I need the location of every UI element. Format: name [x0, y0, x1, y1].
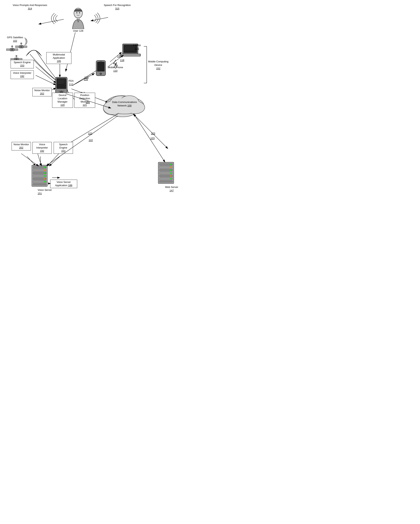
speech-recognition-label: Speech For Recognition 315 — [100, 3, 134, 10]
speech-engine-box: Speech Engine 153 — [11, 60, 34, 68]
noise-monitor-box-2: Noise Monitor 202 — [12, 142, 31, 150]
position-detection-box: Position Detection Module 121 — [74, 93, 95, 108]
svg-text:123: 123 — [151, 132, 155, 135]
svg-point-89 — [170, 175, 171, 176]
diagram-container: 114 116 118 122 123 Voice Prompts And Re… — [0, 0, 210, 262]
svg-point-76 — [44, 181, 45, 182]
multimodal-app-box: Multimodal Application 195 — [46, 52, 71, 64]
svg-point-74 — [44, 175, 45, 176]
voice-server-app-box: Voice Server Application 188 — [50, 180, 77, 188]
device-location-box: Device Location Manager 120 — [52, 93, 73, 108]
user-figure: User 128 — [69, 8, 88, 32]
svg-point-27 — [20, 46, 22, 47]
svg-point-15 — [76, 12, 77, 14]
svg-text:122: 122 — [88, 132, 92, 135]
svg-rect-25 — [16, 46, 19, 48]
voice-interpreter-box-2: Voice Interpreter 192 — [32, 142, 52, 154]
pda-label: PDA 112 — [69, 79, 74, 86]
svg-point-21 — [11, 49, 13, 50]
mobile-phone-label: Mobile Phone 110 — [108, 66, 123, 73]
svg-text:118: 118 — [120, 59, 124, 62]
svg-point-85 — [170, 164, 171, 165]
svg-point-86 — [170, 167, 171, 168]
svg-text:123: 123 — [150, 137, 154, 140]
svg-rect-19 — [6, 49, 10, 51]
svg-rect-48 — [99, 61, 102, 62]
svg-text:116: 116 — [84, 76, 89, 79]
voice-server-label: Voice Server 151 — [38, 188, 52, 195]
svg-rect-46 — [97, 62, 105, 71]
data-network-label: Data Communications Network 100 — [108, 100, 141, 107]
svg-point-71 — [44, 167, 45, 168]
voice-prompts-label: Voice Prompts And Responses 314 — [12, 3, 48, 10]
svg-point-88 — [170, 173, 171, 174]
web-server-label: Web Server 147 — [165, 185, 178, 192]
svg-point-35 — [16, 55, 17, 57]
svg-point-75 — [44, 178, 45, 179]
svg-point-90 — [170, 178, 171, 179]
mobile-phone-icon — [94, 60, 107, 77]
svg-point-16 — [79, 12, 80, 14]
web-server-rack — [156, 161, 181, 187]
svg-point-72 — [44, 170, 45, 171]
voice-interpreter-box: Voice Interpreter 192 — [11, 70, 34, 79]
speech-engine-box-2: Speech Engine 153 — [54, 142, 73, 154]
svg-rect-56 — [122, 54, 139, 56]
svg-text:116: 116 — [84, 78, 88, 81]
svg-point-23 — [11, 46, 13, 47]
svg-point-87 — [170, 170, 171, 171]
svg-point-29 — [20, 43, 22, 44]
laptop-label: Laptop 126 — [133, 44, 141, 50]
svg-point-73 — [44, 173, 45, 174]
mobile-computing-label: Mobile Computing Device 152 — [147, 60, 170, 70]
noise-monitor-box: Noise Monitor 202 — [32, 88, 52, 96]
svg-rect-44 — [63, 91, 64, 92]
svg-rect-43 — [59, 91, 60, 92]
svg-rect-70 — [33, 183, 46, 185]
svg-rect-84 — [159, 181, 173, 183]
svg-text:122: 122 — [89, 139, 93, 142]
svg-point-47 — [100, 73, 102, 75]
